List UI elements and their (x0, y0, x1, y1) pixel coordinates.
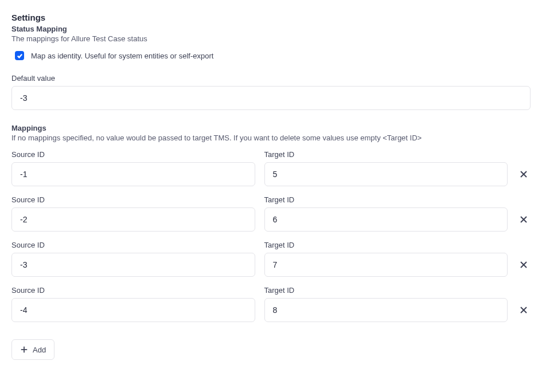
source-id-input[interactable] (11, 207, 255, 232)
default-value-block: Default value (11, 74, 531, 110)
default-value-input[interactable] (11, 86, 531, 110)
source-id-input[interactable] (11, 162, 255, 186)
close-icon (519, 170, 528, 179)
mapping-row: Source IDTarget ID (11, 286, 531, 322)
source-id-label: Source ID (11, 195, 255, 204)
target-col: Target ID (264, 286, 508, 322)
source-id-label: Source ID (11, 286, 255, 295)
default-value-label: Default value (11, 74, 531, 83)
source-col: Source ID (11, 195, 255, 232)
mappings-description: If no mappings specified, no value would… (11, 134, 531, 142)
close-icon (519, 215, 528, 224)
source-col: Source ID (11, 286, 255, 322)
source-id-label: Source ID (11, 150, 255, 159)
settings-page: Settings Status Mapping The mappings for… (11, 13, 531, 360)
target-col: Target ID (264, 150, 508, 186)
mappings-header: Mappings If no mappings specified, no va… (11, 124, 531, 142)
mapping-row: Source IDTarget ID (11, 241, 531, 277)
target-id-input[interactable] (264, 207, 508, 232)
identity-checkbox-label: Map as identity. Useful for system entit… (31, 52, 213, 60)
target-id-input[interactable] (264, 162, 508, 186)
source-id-input[interactable] (11, 298, 255, 322)
mapping-row: Source IDTarget ID (11, 150, 531, 186)
remove-mapping-button[interactable] (517, 207, 531, 232)
remove-mapping-button[interactable] (517, 253, 531, 277)
check-icon (17, 53, 23, 59)
target-id-label: Target ID (264, 241, 508, 249)
source-id-label: Source ID (11, 241, 255, 249)
plus-icon (20, 346, 28, 354)
source-col: Source ID (11, 150, 255, 186)
source-col: Source ID (11, 241, 255, 277)
target-id-input[interactable] (264, 253, 508, 277)
target-id-label: Target ID (264, 150, 508, 159)
source-id-input[interactable] (11, 253, 255, 277)
target-id-input[interactable] (264, 298, 508, 322)
status-mapping-title: Status Mapping (11, 25, 531, 33)
close-icon (519, 305, 528, 315)
remove-mapping-button[interactable] (517, 162, 531, 186)
status-mapping-description: The mappings for Allure Test Case status (11, 34, 531, 43)
target-id-label: Target ID (264, 286, 508, 295)
target-col: Target ID (264, 195, 508, 232)
close-icon (519, 260, 528, 269)
mappings-title: Mappings (11, 124, 531, 132)
add-mapping-button[interactable]: Add (11, 339, 54, 360)
add-button-label: Add (33, 346, 46, 354)
identity-checkbox[interactable] (15, 51, 24, 60)
page-title: Settings (11, 13, 531, 22)
mapping-row: Source IDTarget ID (11, 195, 531, 232)
remove-mapping-button[interactable] (517, 298, 531, 322)
mappings-list: Source IDTarget IDSource IDTarget IDSour… (11, 150, 531, 322)
target-col: Target ID (264, 241, 508, 277)
target-id-label: Target ID (264, 195, 508, 204)
identity-checkbox-row: Map as identity. Useful for system entit… (15, 51, 531, 60)
